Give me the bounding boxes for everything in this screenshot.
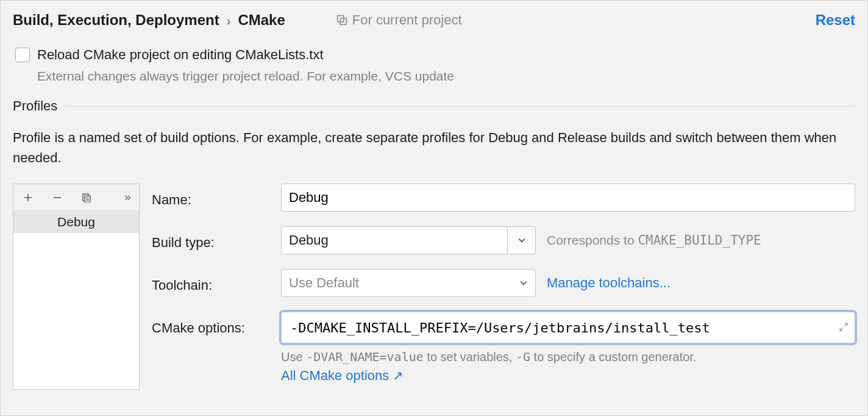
chevron-down-icon xyxy=(519,279,528,287)
breadcrumb-root: Build, Execution, Deployment xyxy=(13,12,219,29)
scope-indicator: For current project xyxy=(336,12,462,28)
field-build-type: Build type: Debug Corresponds to CMAKE_B… xyxy=(152,226,855,254)
field-cmake-options: CMake options: Use -DVAR_NAME=value to s… xyxy=(152,312,855,384)
name-input[interactable] xyxy=(281,184,855,212)
profiles-toolbar: » xyxy=(13,184,139,211)
external-link-icon: ↗ xyxy=(393,368,404,383)
profiles-description: Profile is a named set of build options.… xyxy=(13,127,855,168)
build-type-combobox[interactable]: Debug xyxy=(281,226,508,254)
section-divider xyxy=(66,106,855,107)
scope-label: For current project xyxy=(352,12,462,28)
build-type-value: Debug xyxy=(289,232,329,248)
toolchain-value: Use Default xyxy=(289,275,359,291)
field-toolchain: Toolchain: Use Default Manage toolchains… xyxy=(152,269,855,297)
toolchain-label: Toolchain: xyxy=(152,273,274,293)
build-type-hint: Corresponds to CMAKE_BUILD_TYPE xyxy=(547,233,761,248)
field-name: Name: xyxy=(152,184,855,212)
chevrons-right-icon: » xyxy=(124,191,129,204)
add-profile-button[interactable] xyxy=(13,184,43,211)
plus-icon xyxy=(23,193,33,203)
cmake-options-input[interactable] xyxy=(289,320,830,336)
all-cmake-options-link[interactable]: All CMake options xyxy=(281,368,389,384)
cmake-settings-panel: Build, Execution, Deployment › CMake For… xyxy=(0,0,868,416)
profiles-list: » Debug xyxy=(13,184,140,390)
copy-profile-button[interactable] xyxy=(72,184,101,211)
manage-toolchains-link[interactable]: Manage toolchains... xyxy=(547,275,671,291)
reset-link[interactable]: Reset xyxy=(816,12,855,29)
header-row: Build, Execution, Deployment › CMake For… xyxy=(13,12,855,29)
name-label: Name: xyxy=(152,187,274,208)
breadcrumb-separator-icon: › xyxy=(227,14,231,28)
cmake-options-input-wrapper xyxy=(281,312,855,343)
project-scope-icon xyxy=(336,15,347,26)
cmake-options-hint: Use -DVAR_NAME=value to set variables, -… xyxy=(281,350,855,364)
profile-fields: Name: Build type: Debug Correspon xyxy=(152,184,855,384)
more-profile-actions-button[interactable]: » xyxy=(115,184,139,211)
profile-item-debug[interactable]: Debug xyxy=(13,211,139,233)
expand-icon xyxy=(839,322,848,332)
expand-field-button[interactable] xyxy=(839,320,848,335)
toolchain-select[interactable]: Use Default xyxy=(281,269,536,297)
reload-checkbox-label[interactable]: Reload CMake project on editing CMakeLis… xyxy=(37,47,324,63)
remove-profile-button[interactable] xyxy=(43,184,72,211)
chevron-down-icon xyxy=(518,236,526,245)
reload-hint: External changes always trigger project … xyxy=(37,69,855,84)
minus-icon xyxy=(52,193,62,203)
reload-checkbox-row: Reload CMake project on editing CMakeLis… xyxy=(15,47,855,63)
build-type-label: Build type: xyxy=(152,230,274,251)
reload-checkbox[interactable] xyxy=(15,48,30,62)
profiles-title: Profiles xyxy=(13,98,57,114)
profiles-section-header: Profiles xyxy=(13,98,855,114)
cmake-options-label: CMake options: xyxy=(152,312,274,336)
profiles-body: » Debug Name: Build type: Debug xyxy=(13,184,855,390)
breadcrumb: Build, Execution, Deployment › CMake xyxy=(13,12,285,29)
build-type-dropdown-button[interactable] xyxy=(508,226,536,254)
copy-icon xyxy=(82,193,91,203)
breadcrumb-leaf: CMake xyxy=(238,12,285,29)
